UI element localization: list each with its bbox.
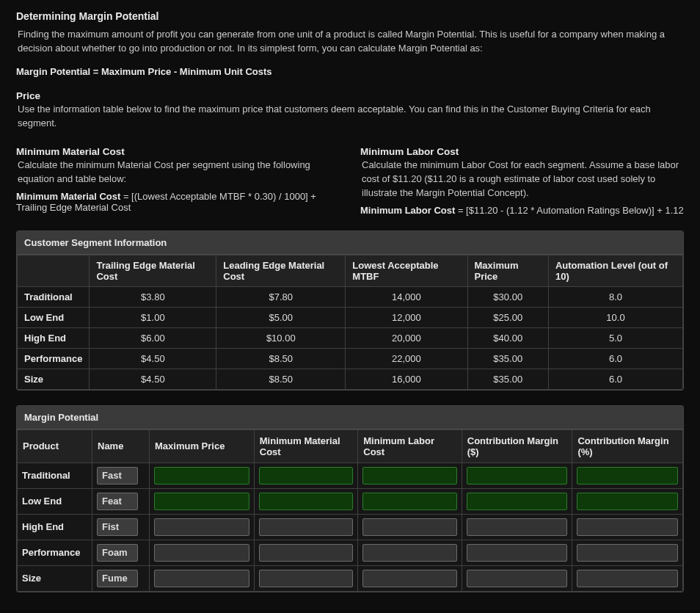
max-price-input[interactable]	[154, 493, 249, 510]
product-name-input[interactable]	[97, 518, 138, 536]
contribution-margin-dollar-input[interactable]	[467, 544, 568, 562]
min-material-cost-input[interactable]	[259, 518, 354, 536]
min-labor-cost-input[interactable]	[362, 493, 457, 510]
contribution-margin-dollar-input[interactable]	[467, 493, 568, 510]
contribution-margin-dollar-input[interactable]	[467, 467, 568, 485]
mp-header: Minimum Labor Cost	[358, 429, 462, 463]
contribution-margin-percent-input[interactable]	[577, 570, 678, 587]
csi-mtbf: 14,000	[346, 286, 467, 307]
mmc-eq-label: Minimum Material Cost	[16, 191, 120, 202]
mp-input-cell	[358, 463, 462, 488]
mp-input-cell	[572, 565, 683, 591]
csi-header: Lowest Acceptable MTBF	[346, 255, 467, 286]
mp-product: High End	[18, 514, 92, 540]
mp-header: Maximum Price	[150, 429, 255, 463]
contribution-margin-percent-input[interactable]	[577, 493, 678, 510]
mp-name-cell	[92, 540, 150, 565]
contribution-margin-percent-input[interactable]	[577, 467, 678, 485]
mp-input-cell	[254, 540, 358, 565]
mlc-eq-rest: = [$11.20 - (1.12 * Automation Ratings B…	[455, 205, 683, 216]
mp-name-cell	[92, 565, 150, 591]
csi-trailing-edge: $4.50	[90, 348, 216, 369]
mp-product: Low End	[18, 488, 92, 514]
mp-input-cell	[572, 540, 683, 565]
max-price-input[interactable]	[154, 570, 249, 587]
csi-automation: 10.0	[548, 307, 682, 327]
mp-product: Performance	[18, 540, 92, 565]
mmc-equation: Minimum Material Cost = [(Lowest Accepta…	[16, 191, 340, 213]
contribution-margin-dollar-input[interactable]	[467, 570, 568, 587]
mlc-body: Calculate the minimum Labor Cost for eac…	[360, 159, 684, 200]
csi-max-price: $35.00	[467, 369, 548, 389]
min-material-cost-input[interactable]	[259, 467, 354, 485]
mp-name-cell	[92, 488, 150, 514]
table-row: Performance$4.50$8.5022,000$35.006.0	[18, 348, 683, 369]
contribution-margin-dollar-input[interactable]	[467, 518, 568, 536]
mp-header: Product	[18, 429, 92, 463]
csi-leading-edge: $8.50	[216, 348, 346, 369]
mp-product: Traditional	[18, 463, 92, 488]
product-name-input[interactable]	[97, 493, 138, 510]
product-name-input[interactable]	[97, 570, 138, 587]
csi-segment: Size	[18, 369, 90, 389]
min-labor-cost-input[interactable]	[362, 570, 457, 587]
max-price-input[interactable]	[154, 467, 249, 485]
table-row: Traditional	[18, 463, 683, 488]
table-row: Low End$1.00$5.0012,000$25.0010.0	[18, 307, 683, 327]
mlc-equation: Minimum Labor Cost = [$11.20 - (1.12 * A…	[360, 205, 684, 216]
mp-input-cell	[358, 488, 462, 514]
mp-input-cell	[254, 463, 358, 488]
csi-mtbf: 12,000	[346, 307, 467, 327]
price-body: Use the information table below to find …	[16, 103, 684, 131]
mp-input-cell	[358, 565, 462, 591]
csi-leading-edge: $5.00	[216, 307, 346, 327]
contribution-margin-percent-input[interactable]	[577, 544, 678, 562]
mp-header: Name	[92, 429, 150, 463]
mlc-title: Minimum Labor Cost	[360, 146, 684, 157]
csi-leading-edge: $10.00	[216, 327, 346, 348]
mlc-eq-label: Minimum Labor Cost	[360, 205, 455, 216]
csi-header: Leading Edge Material Cost	[216, 255, 346, 286]
mp-input-cell	[572, 463, 683, 488]
product-name-input[interactable]	[97, 544, 138, 562]
csi-max-price: $30.00	[467, 286, 548, 307]
mp-input-cell	[358, 540, 462, 565]
min-labor-cost-input[interactable]	[362, 544, 457, 562]
price-title: Price	[16, 90, 684, 101]
max-price-input[interactable]	[154, 544, 249, 562]
mp-input-cell	[254, 488, 358, 514]
min-labor-cost-input[interactable]	[362, 467, 457, 485]
mp-input-cell	[572, 488, 683, 514]
mp-input-cell	[150, 488, 255, 514]
product-name-input[interactable]	[97, 467, 138, 485]
csi-leading-edge: $8.50	[216, 369, 346, 389]
csi-segment: Performance	[18, 348, 90, 369]
min-material-cost-input[interactable]	[259, 493, 354, 510]
csi-trailing-edge: $3.80	[90, 286, 216, 307]
mp-panel-title: Margin Potential	[17, 406, 683, 429]
min-labor-cost-input[interactable]	[362, 518, 457, 536]
table-row: Size	[18, 565, 683, 591]
mp-table: ProductNameMaximum PriceMinimum Material…	[17, 429, 683, 592]
csi-panel: Customer Segment Information Trailing Ed…	[16, 231, 684, 391]
csi-max-price: $35.00	[467, 348, 548, 369]
csi-table: Trailing Edge Material CostLeading Edge …	[17, 255, 683, 390]
mp-input-cell	[150, 463, 255, 488]
table-row: Traditional$3.80$7.8014,000$30.008.0	[18, 286, 683, 307]
csi-automation: 5.0	[548, 327, 682, 348]
table-row: High End$6.00$10.0020,000$40.005.0	[18, 327, 683, 348]
min-material-cost-input[interactable]	[259, 570, 354, 587]
csi-max-price: $40.00	[467, 327, 548, 348]
csi-segment: High End	[18, 327, 90, 348]
min-material-cost-input[interactable]	[259, 544, 354, 562]
formula-main: Margin Potential = Maximum Price - Minim…	[16, 66, 684, 77]
mp-input-cell	[462, 463, 572, 488]
mp-input-cell	[462, 514, 572, 540]
contribution-margin-percent-input[interactable]	[577, 518, 678, 536]
table-row: Size$4.50$8.5016,000$35.006.0	[18, 369, 683, 389]
intro-paragraph: Finding the maximum amount of profit you…	[16, 28, 684, 56]
max-price-input[interactable]	[154, 518, 249, 536]
mp-input-cell	[572, 514, 683, 540]
csi-mtbf: 20,000	[346, 327, 467, 348]
csi-trailing-edge: $6.00	[90, 327, 216, 348]
